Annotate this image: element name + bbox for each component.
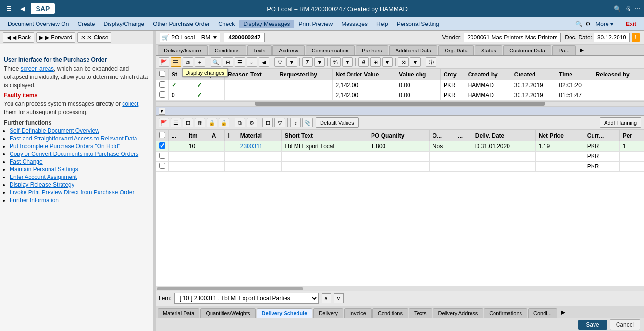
settings-menu-icon[interactable]: ⚙	[585, 21, 591, 27]
menu-display-change[interactable]: Display/Change	[99, 20, 148, 28]
menu-personal-setting[interactable]: Personal Setting	[393, 20, 443, 28]
save-button[interactable]: Save	[578, 320, 607, 330]
menu-help[interactable]: Help	[372, 20, 392, 28]
item-align-btn[interactable]: ⊟	[262, 118, 273, 127]
menu-messages[interactable]: Messages	[337, 20, 372, 28]
back-button[interactable]: ◀ ◀ Back	[3, 32, 34, 43]
item-selector[interactable]: [ 10 ] 2300311 , Lbl MI Export Local Par…	[174, 293, 319, 304]
print-icon[interactable]: 🖨	[625, 5, 631, 12]
detail-tab-delivery[interactable]: Delivery	[313, 308, 343, 318]
item-list-btn[interactable]: ☰	[171, 118, 181, 127]
search-menu-icon[interactable]: 🔍	[575, 21, 582, 27]
po-number-field[interactable]: 4200000247	[224, 33, 265, 42]
item-settings-btn[interactable]: ⚙	[247, 118, 257, 127]
tab-partners[interactable]: Partners	[356, 45, 388, 55]
tab-org-data[interactable]: Org. Data	[438, 45, 474, 55]
sum-icon-btn[interactable]: Σ	[302, 57, 313, 67]
detail-tabs-more[interactable]: ▶	[558, 307, 568, 318]
item-filter2-btn[interactable]: ▽	[274, 118, 285, 127]
horizontal-scrollbar[interactable]	[156, 101, 644, 107]
item-scrollbar[interactable]	[156, 286, 644, 291]
nav-options-icon[interactable]: ☰	[4, 4, 13, 13]
tab-conditions[interactable]: Conditions	[209, 45, 246, 55]
detail-tab-delivery-schedule[interactable]: Delivery Schedule	[257, 308, 313, 318]
detail-tab-invoice[interactable]: Invoice	[344, 308, 372, 318]
detail-tab-texts[interactable]: Texts	[409, 308, 432, 318]
link-further-info[interactable]: Further Information	[10, 197, 59, 204]
rows-down-icon-btn[interactable]: ▼	[410, 57, 421, 67]
info-icon-btn[interactable]: ⓘ	[426, 57, 436, 67]
screen-areas-link[interactable]: screen areas	[21, 65, 54, 72]
prev-icon-btn[interactable]: ◀	[259, 57, 269, 67]
warning-icon[interactable]: !	[632, 33, 640, 42]
menu-more[interactable]: More ▾	[592, 20, 617, 28]
item-flag-btn[interactable]: 🚩	[159, 118, 169, 127]
align-left-icon-btn[interactable]: ⊟	[223, 57, 233, 67]
row1-checkbox[interactable]	[159, 81, 165, 88]
detail-tab-conditions[interactable]: Conditions	[372, 308, 408, 318]
export-icon-btn[interactable]: ⊞	[370, 57, 381, 67]
flag-icon-btn[interactable]: 🚩	[159, 57, 169, 67]
tab-communication[interactable]: Communication	[306, 45, 355, 55]
tab-delivery-invoice[interactable]: Delivery/Invoice	[158, 45, 208, 55]
item-row2-checkbox[interactable]	[159, 153, 165, 159]
add-icon-btn[interactable]: +	[195, 57, 205, 67]
item-copy-btn[interactable]: ⧉	[235, 118, 245, 127]
search-table-btn[interactable]: ⌕	[247, 57, 257, 67]
select-all-checkbox[interactable]	[159, 71, 165, 77]
doc-date-field[interactable]: 30.12.2019	[594, 33, 630, 42]
tab-texts[interactable]: Texts	[247, 45, 272, 55]
material-link[interactable]: 2300311	[240, 143, 263, 150]
detail-tab-quantities[interactable]: Quantities/Weights	[200, 308, 255, 318]
tab-customer-data[interactable]: Customer Data	[503, 45, 551, 55]
link-copy-convert[interactable]: Copy or Convert Documents into Purchase …	[10, 151, 138, 157]
filter-down-icon-btn[interactable]: ▼	[286, 57, 297, 67]
item-row1-checkbox[interactable]	[159, 142, 165, 149]
sum-down-icon-btn[interactable]: ▼	[314, 57, 325, 67]
collect-link[interactable]: collect	[122, 101, 138, 107]
addl-planning-button[interactable]: Addl Planning	[600, 117, 641, 128]
forward-button[interactable]: ▶ ▶ Forward	[36, 32, 75, 43]
item-nav-up[interactable]: ∧	[322, 293, 331, 303]
tab-pa[interactable]: Pa...	[552, 45, 576, 55]
link-invoke-print[interactable]: Invoke Print Preview Direct from Purchas…	[10, 189, 134, 196]
link-enter-account[interactable]: Enter Account Assignment	[10, 174, 77, 180]
item-nav-down[interactable]: ∨	[334, 293, 344, 303]
vendor-field[interactable]: 2000061 Mas Printers Mas Printers	[464, 33, 561, 42]
item-scrollbar-thumb[interactable]	[157, 287, 303, 290]
rows-icon-btn[interactable]: ⊠	[398, 57, 409, 67]
item-select-all[interactable]	[159, 132, 165, 138]
menu-display-messages[interactable]: Display Messages	[239, 20, 294, 28]
collapse-btn[interactable]: ▼	[159, 108, 165, 115]
link-fast-change[interactable]: Fast Change	[10, 158, 43, 165]
tab-additional-data[interactable]: Additional Data	[389, 45, 438, 55]
item-attachment-btn[interactable]: 📎	[302, 118, 313, 127]
tabs-more-icon[interactable]: ▶	[577, 45, 587, 55]
tab-status[interactable]: Status	[475, 45, 502, 55]
item-unlock-btn[interactable]: 🔓	[219, 118, 229, 127]
detail-tab-confirmations[interactable]: Confirmations	[484, 308, 527, 318]
align-center-icon-btn[interactable]: ☰	[235, 57, 245, 67]
search-icon[interactable]: 🔍	[614, 5, 621, 12]
item-row3-checkbox[interactable]	[159, 163, 165, 169]
display-changes-btn[interactable]	[171, 57, 181, 67]
default-values-button[interactable]: Default Values	[316, 117, 359, 128]
cancel-button[interactable]: Cancel	[610, 319, 640, 330]
menu-document-overview[interactable]: Document Overview On	[4, 20, 73, 28]
tab-address[interactable]: Address	[272, 45, 304, 55]
menu-check[interactable]: Check	[214, 20, 238, 28]
print-table-btn[interactable]: 🖨	[358, 57, 369, 67]
item-sort-btn[interactable]: ↕	[290, 118, 301, 127]
filter-icon-btn[interactable]: ▽	[274, 57, 285, 67]
row2-checkbox[interactable]	[159, 91, 165, 98]
detail-tab-delivery-address[interactable]: Delivery Address	[433, 308, 483, 318]
link-fast-access[interactable]: Fast and Straightforward Access to Relev…	[10, 135, 137, 142]
export-down-icon-btn[interactable]: ▼	[382, 57, 393, 67]
more-icon[interactable]: ⋯	[634, 5, 640, 12]
item-list2-btn[interactable]: ⊟	[183, 118, 193, 127]
menu-create[interactable]: Create	[74, 20, 99, 28]
zoom-icon-btn[interactable]: 🔍	[211, 57, 221, 67]
link-display-release[interactable]: Display Release Strategy	[10, 181, 74, 188]
percent-icon-btn[interactable]: %	[330, 57, 341, 67]
menu-other-po[interactable]: Other Purchase Order	[149, 20, 213, 28]
